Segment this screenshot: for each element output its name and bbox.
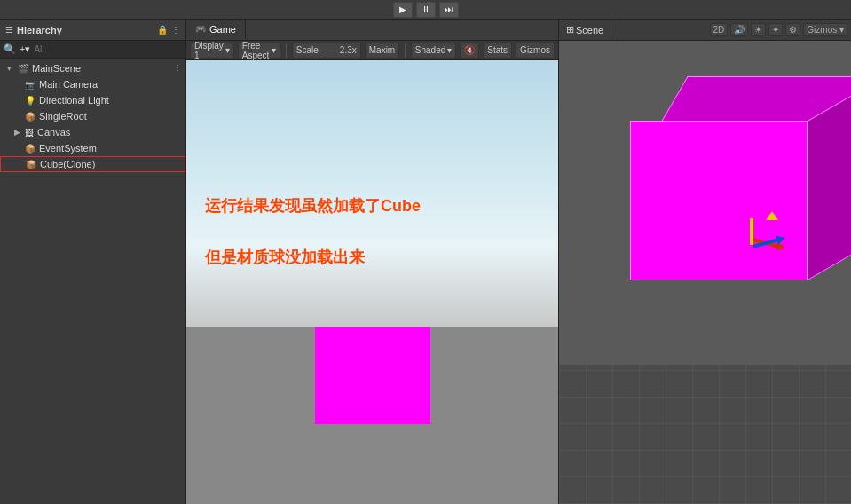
- scene-tabs-row: ⊞ Scene 2D 🔊 ☀ ✦ ⚙ Gizmos ▾: [559, 20, 851, 41]
- display-arrow-icon: ▾: [225, 45, 230, 55]
- game-scene-tabs: 🎮 Game: [186, 20, 558, 41]
- hierarchy-panel: ☰ Hierarchy 🔒 ⋮ 🔍 +▾ ▾ 🎬 MainScene ⋮ �: [0, 20, 186, 504]
- dir-light-label: Directional Light: [39, 95, 185, 106]
- arrow-icon: ▾: [7, 64, 16, 73]
- toolbar-sep-2: [405, 43, 406, 58]
- scene-settings-btn[interactable]: ⚙: [785, 23, 800, 36]
- game-cube-object: [315, 327, 430, 424]
- shaded-label: Shaded: [415, 45, 445, 55]
- step-button[interactable]: ⏭: [439, 2, 459, 18]
- cube-icon: 📦: [26, 160, 36, 169]
- overlay-line-1: 运行结果发现虽然加载了Cube: [205, 193, 421, 219]
- top-toolbar: ▶ ⏸ ⏭: [0, 0, 851, 20]
- scene-tab-grid-icon: ⊞: [566, 24, 574, 35]
- main-layout: ☰ Hierarchy 🔒 ⋮ 🔍 +▾ ▾ 🎬 MainScene ⋮ �: [0, 20, 851, 504]
- scene-viewport: [559, 41, 851, 504]
- hierarchy-actions: 🔒 ⋮: [157, 25, 180, 35]
- light-icon: 💡: [25, 96, 35, 106]
- scene-menu-icon[interactable]: ⋮: [174, 64, 185, 73]
- eventsys-icon: 📦: [25, 144, 35, 154]
- gizmos-btn[interactable]: Gizmos: [516, 43, 555, 59]
- game-toolbar: Display 1 ▾ Free Aspect ▾ Scale —— 2.3x …: [186, 41, 558, 60]
- arrow-collapsed-icon: ▶: [14, 128, 23, 137]
- maximize-label: Maxim: [369, 45, 395, 55]
- maximize-btn[interactable]: Maxim: [365, 43, 399, 59]
- tree-item-main-camera[interactable]: 📷 Main Camera: [0, 76, 185, 92]
- gizmo-y-head: [766, 211, 778, 220]
- display-label: Display 1: [194, 41, 224, 60]
- game-overlay-text: 运行结果发现虽然加载了Cube 但是材质球没加载出来: [205, 193, 421, 270]
- gameobj-icon: 📦: [25, 112, 35, 122]
- play-button[interactable]: ▶: [393, 2, 413, 18]
- aspect-dropdown[interactable]: Free Aspect ▾: [238, 43, 280, 59]
- scale-value: 2.3x: [340, 45, 357, 55]
- scale-label: Scale: [296, 45, 319, 55]
- scene-grid: [559, 365, 851, 504]
- center-area: 🎮 Game Display 1 ▾ Free Aspect ▾ Scale —…: [186, 20, 558, 504]
- hierarchy-title: Hierarchy: [17, 25, 62, 35]
- scale-slider-icon: ——: [320, 45, 338, 55]
- search-input[interactable]: [34, 44, 182, 54]
- main-camera-label: Main Camera: [39, 79, 185, 90]
- scene-cube-3d: [612, 76, 825, 307]
- game-viewport: 运行结果发现虽然加载了Cube 但是材质球没加载出来: [186, 60, 558, 504]
- mute-btn[interactable]: 🔇: [460, 43, 479, 59]
- overlay-line-2: 但是材质球没加载出来: [205, 245, 421, 271]
- tab-game[interactable]: 🎮 Game: [186, 20, 246, 40]
- gizmos-toggle[interactable]: Gizmos ▾: [803, 23, 847, 36]
- hierarchy-lock-icon[interactable]: 🔒: [157, 25, 168, 35]
- tree-item-main-scene[interactable]: ▾ 🎬 MainScene ⋮: [0, 60, 185, 76]
- tree-item-single-root[interactable]: 📦 SingleRoot: [0, 108, 185, 124]
- hierarchy-menu-icon[interactable]: ⋮: [171, 25, 180, 35]
- tab-scene[interactable]: ⊞ Scene: [559, 20, 611, 40]
- toolbar-sep-1: [286, 43, 287, 58]
- game-panel: 🎮 Game Display 1 ▾ Free Aspect ▾ Scale —…: [186, 20, 558, 504]
- audio-btn[interactable]: 🔊: [730, 23, 748, 36]
- scene-panel: ⊞ Scene 2D 🔊 ☀ ✦ ⚙ Gizmos ▾: [558, 20, 851, 504]
- display-dropdown[interactable]: Display 1 ▾: [190, 43, 234, 59]
- tree-item-canvas[interactable]: ▶ 🖼 Canvas: [0, 124, 185, 140]
- event-system-label: EventSystem: [39, 143, 185, 154]
- scene-tab-label: Scene: [576, 25, 603, 35]
- camera-icon: 📷: [25, 80, 35, 90]
- shaded-arrow-icon: ▾: [447, 45, 452, 55]
- canvas-label: Canvas: [37, 127, 185, 138]
- search-icon: 🔍: [4, 43, 16, 55]
- cube-clone-label: Cube(Clone): [40, 159, 185, 169]
- aspect-label: Free Aspect: [242, 41, 270, 60]
- effects-btn[interactable]: ✦: [768, 23, 783, 36]
- cube-front-face: [630, 121, 808, 280]
- game-tab-icon: 🎮: [195, 24, 206, 34]
- light-btn[interactable]: ☀: [751, 23, 766, 36]
- hierarchy-search-bar: 🔍 +▾: [0, 41, 185, 59]
- tree-item-dir-light[interactable]: 💡 Directional Light: [0, 92, 185, 108]
- hierarchy-header: ☰ Hierarchy 🔒 ⋮: [0, 20, 185, 41]
- scene-tab-actions: 2D 🔊 ☀ ✦ ⚙ Gizmos ▾: [706, 20, 851, 40]
- canvas-icon: 🖼: [25, 128, 34, 138]
- main-scene-label: MainScene: [32, 63, 172, 74]
- hierarchy-tree: ▾ 🎬 MainScene ⋮ 📷 Main Camera 💡 Directio…: [0, 59, 185, 504]
- shaded-dropdown[interactable]: Shaded ▾: [411, 43, 456, 59]
- scale-control[interactable]: Scale —— 2.3x: [292, 43, 361, 59]
- 2d-toggle[interactable]: 2D: [710, 23, 729, 36]
- tree-item-cube-clone[interactable]: 📦 Cube(Clone): [0, 156, 185, 172]
- single-root-label: SingleRoot: [39, 111, 185, 122]
- game-tab-label: Game: [209, 24, 236, 35]
- stats-btn[interactable]: Stats: [483, 43, 512, 59]
- aspect-arrow-icon: ▾: [272, 45, 276, 55]
- pause-button[interactable]: ⏸: [416, 2, 436, 18]
- transform-gizmo: [728, 218, 781, 272]
- hierarchy-icon: ☰: [5, 25, 13, 35]
- add-hierarchy-button[interactable]: +▾: [20, 43, 30, 55]
- tree-item-event-system[interactable]: 📦 EventSystem: [0, 140, 185, 156]
- scene-icon: 🎬: [18, 64, 28, 74]
